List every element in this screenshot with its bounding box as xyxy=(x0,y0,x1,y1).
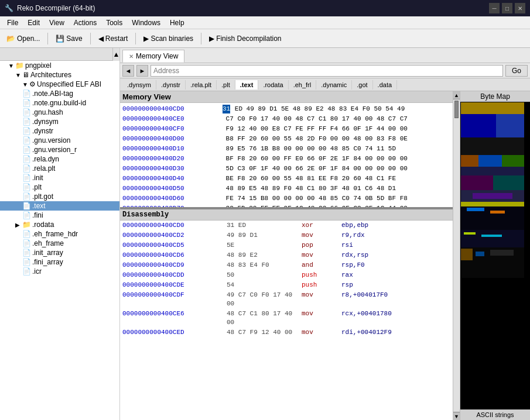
toolbar-sep-1 xyxy=(47,33,48,44)
svg-rect-8 xyxy=(461,167,524,175)
tree-item-fini-array[interactable]: 📄 .fini_array xyxy=(0,257,119,267)
tree-item-gnu-version-r[interactable]: 📄 .gnu.version_r xyxy=(0,145,119,154)
mem-tab-plt[interactable]: .plt xyxy=(217,80,235,89)
menu-actions[interactable]: Actions xyxy=(69,18,101,28)
save-button[interactable]: 💾 Save xyxy=(52,32,86,46)
mem-tab-dynsym[interactable]: .dynsym xyxy=(122,80,156,89)
doc-icon-12: 📄 xyxy=(22,192,31,201)
mem-tab-data[interactable]: .data xyxy=(373,80,397,89)
tree-item-fini[interactable]: 📄 .fini xyxy=(0,211,119,220)
menubar: File Edit View Actions Tools Windows Hel… xyxy=(0,16,530,29)
toolbar-sep-4 xyxy=(201,33,201,44)
disasm-display[interactable]: Disassembly 0000000000400CD0 31 ED xor e… xyxy=(120,208,460,420)
tree-init-array-label: .init_array xyxy=(32,249,63,257)
scroll-thumb[interactable] xyxy=(454,101,459,118)
tree-item-init[interactable]: 📄 .init xyxy=(0,173,119,183)
addr-back-button[interactable]: ◄ xyxy=(122,65,134,77)
tree-scroll-up[interactable]: ▲ xyxy=(112,48,119,61)
hex-row-8: 0000000000400D50 48 89 E5 48 89 F0 48 C1… xyxy=(122,184,457,194)
svg-rect-18 xyxy=(464,232,476,235)
tree-item-eh-frame-hdr[interactable]: 📄 .eh_frame_hdr xyxy=(0,229,119,239)
left-panel: ▲ ▼ 📁 pngpixel ▼ 🖥 Architectures ▼ ⚙ Uns… xyxy=(0,48,120,420)
tree-unspecified[interactable]: ▼ ⚙ Unspecified ELF ABI xyxy=(0,80,119,89)
disasm-row-9: 0000000000400CED 48 C7 F9 12 40 00 mov r… xyxy=(120,328,460,338)
tree-toggle-rodata: ▶ xyxy=(15,222,21,228)
doc-icon-4: 📄 xyxy=(22,118,31,126)
tree-item-note-abi[interactable]: 📄 .note.ABI-tag xyxy=(0,89,119,98)
hex-display[interactable]: 0000000000400CD0 31 ED 49 89 D1 5E 48 89… xyxy=(120,103,460,207)
mem-scrollbar[interactable]: ▲ ▼ xyxy=(453,91,460,420)
tree-item-dynstr[interactable]: 📄 .dynstr xyxy=(0,126,119,136)
go-button[interactable]: Go xyxy=(505,65,528,77)
elf-icon: ⚙ xyxy=(29,80,36,88)
menu-file[interactable]: File xyxy=(2,18,23,28)
tree-item-rela-plt[interactable]: 📄 .rela.plt xyxy=(0,164,119,173)
svg-rect-1 xyxy=(461,102,524,114)
menu-edit[interactable]: Edit xyxy=(23,18,45,28)
open-button[interactable]: 📂 Open... xyxy=(2,32,44,46)
scroll-up-btn[interactable]: ▲ xyxy=(453,91,460,99)
doc-icon-6: 📄 xyxy=(22,136,31,144)
disasm-row-2: 0000000000400CD5 5E pop rsi xyxy=(120,240,460,250)
restart-button[interactable]: ◀ Restart xyxy=(94,32,132,46)
tree-item-icr[interactable]: 📄 .icr xyxy=(0,267,119,276)
tab-memory-view[interactable]: ✕ Memory View xyxy=(122,50,184,63)
tree-item-gnu-hash[interactable]: 📄 .gnu.hash xyxy=(0,108,119,117)
menu-help[interactable]: Help xyxy=(165,18,189,28)
mem-tab-dynamic[interactable]: .dynamic xyxy=(316,80,352,89)
tree-toggle-arch: ▼ xyxy=(15,72,21,78)
minimize-button[interactable]: ─ xyxy=(489,3,500,13)
tab-close-icon[interactable]: ✕ xyxy=(129,53,134,60)
disasm-row-0: 0000000000400CD0 31 ED xor ebp,ebp xyxy=(120,221,460,230)
menu-windows[interactable]: Windows xyxy=(127,18,165,28)
disasm-header: Disassembly xyxy=(120,209,460,221)
tree-item-eh-frame[interactable]: 📄 .eh_frame xyxy=(0,239,119,248)
tree-item-rela-dyn[interactable]: 📄 .rela.dyn xyxy=(0,154,119,164)
finish-label: Finish Decompilation xyxy=(216,35,281,43)
address-bar: ◄ ► Go xyxy=(120,63,530,78)
disasm-row-3: 0000000000400CD6 48 89 E2 mov rdx,rsp xyxy=(120,250,460,260)
tree-architectures[interactable]: ▼ 🖥 Architectures xyxy=(0,70,119,80)
addr-forward-button[interactable]: ► xyxy=(136,65,148,77)
maximize-button[interactable]: □ xyxy=(502,3,512,13)
hex-row-6: 0000000000400D30 5D C3 0F 1F 40 00 66 2E… xyxy=(122,164,457,174)
scroll-down-btn[interactable]: ▼ xyxy=(453,412,460,420)
tree-root[interactable]: ▼ 📁 pngpixel xyxy=(0,61,119,70)
menu-view[interactable]: View xyxy=(45,18,69,28)
address-input[interactable] xyxy=(151,65,503,77)
menu-tools[interactable]: Tools xyxy=(101,18,127,28)
tree-item-plt-got[interactable]: 📄 .plt.got xyxy=(0,192,119,201)
tree-item-plt[interactable]: 📄 .plt xyxy=(0,183,119,192)
mem-tab-dynstr[interactable]: .dynstr xyxy=(156,80,186,89)
mem-tab-text[interactable]: .text xyxy=(235,80,259,89)
finish-icon: ▶ xyxy=(209,35,214,43)
mem-tab-eh-frl[interactable]: .eh_frl xyxy=(289,80,317,89)
mem-tab-rodata[interactable]: .rodata xyxy=(258,80,288,89)
tree-item-rodata[interactable]: ▶ 📁 .rodata xyxy=(0,220,119,229)
hex-row-4: 0000000000400D10 89 E5 76 1B B8 00 00 00… xyxy=(122,144,457,154)
tree-gnu-hash-label: .gnu.hash xyxy=(32,108,63,116)
doc-icon-7: 📄 xyxy=(22,146,31,154)
scan-button[interactable]: ▶ Scan binaries xyxy=(139,32,197,46)
finish-button[interactable]: ▶ Finish Decompilation xyxy=(205,32,285,46)
close-button[interactable]: ✕ xyxy=(515,3,525,13)
mem-tab-rela-plt[interactable]: .rela.plt xyxy=(186,80,217,89)
tree-note-abi-label: .note.ABI-tag xyxy=(32,89,73,98)
doc-icon-13: 📄 xyxy=(22,202,31,210)
tree-item-note-gnu[interactable]: 📄 .note.gnu.build-id xyxy=(0,98,119,108)
tab-memory-view-label: Memory View xyxy=(136,52,178,60)
svg-rect-19 xyxy=(481,235,502,237)
tree-item-text[interactable]: 📄 .text xyxy=(0,201,119,211)
toolbar-sep-3 xyxy=(135,33,136,44)
svg-rect-6 xyxy=(478,155,502,167)
disasm-row-8: 0000000000400CE6 48 C7 C1 80 17 40 00 mo… xyxy=(120,309,460,328)
tree-dynsym-label: .dynsym xyxy=(32,118,59,126)
mem-tab-got[interactable]: .got xyxy=(352,80,372,89)
disasm-row-6: 0000000000400CDE 54 push rsp xyxy=(120,280,460,290)
tree-item-init-array[interactable]: 📄 .init_array xyxy=(0,248,119,257)
byte-map-panel: Byte Map xyxy=(460,91,530,420)
disasm-row-1: 0000000000400CD2 49 89 D1 mov r9,rdx xyxy=(120,230,460,240)
hex-row-0: 0000000000400CD0 31 ED 49 89 D1 5E 48 89… xyxy=(122,104,457,114)
tree-item-gnu-version[interactable]: 📄 .gnu.version xyxy=(0,136,119,145)
tree-item-dynsym[interactable]: 📄 .dynsym xyxy=(0,117,119,126)
